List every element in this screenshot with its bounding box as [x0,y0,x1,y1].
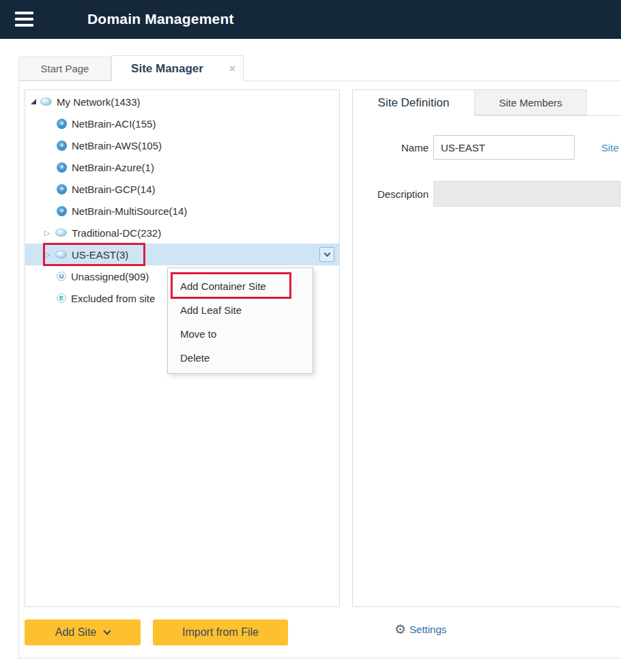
tree-item-label: My Network(1433) [57,96,141,108]
description-label: Description [353,188,429,200]
import-label: Import from File [182,626,259,639]
tree-item-label: NetBrain-Azure(1) [72,162,154,173]
tree-item-netbrain-aci[interactable]: NetBrain-ACI(155) [25,113,339,134]
site-name-input[interactable] [433,135,575,160]
menu-item-delete[interactable]: Delete [168,346,313,370]
import-from-file-button[interactable]: Import from File [153,619,288,645]
site-description-input[interactable] [433,181,621,207]
tree-item-label: NetBrain-ACI(155) [72,118,156,130]
tree-item-label: Excluded from site [71,293,155,304]
tab-site-manager[interactable]: Site Manager × [111,55,244,81]
site-definition-panel: Name Site Description [352,115,621,607]
gear-icon: ⚙ [394,623,406,636]
tab-site-members[interactable]: Site Members [475,89,587,115]
tab-start-page[interactable]: Start Page [18,57,111,81]
tree-item-label: Unassigned(909) [71,271,149,282]
tree-item-my-network[interactable]: My Network(1433) [25,91,339,113]
top-bar: Domain Management [0,0,621,39]
expander-open-icon[interactable] [31,99,40,104]
tree-item-us-east[interactable]: ▷ US-EAST(3) [25,244,339,265]
network-source-icon [57,206,67,216]
chevron-down-icon [323,250,330,257]
menu-item-move-to[interactable]: Move to [168,322,313,346]
menu-icon[interactable] [15,12,33,27]
row-dropdown-button[interactable] [319,247,334,262]
menu-item-add-leaf-site[interactable]: Add Leaf Site [168,298,313,322]
globe-icon [40,98,52,106]
globe-icon [55,250,67,259]
tree-item-netbrain-gcp[interactable]: NetBrain-GCP(14) [25,178,339,200]
site-link[interactable]: Site [601,142,619,154]
app-title: Domain Management [87,11,234,27]
context-menu: Add Container Site Add Leaf Site Move to… [167,267,313,374]
tab-site-manager-label: Site Manager [131,62,203,76]
tree-item-traditional-dc[interactable]: ▷ Traditional-DC(232) [25,222,339,244]
tree-item-label: NetBrain-MultiSource(14) [72,205,187,217]
tree-item-netbrain-multisource[interactable]: NetBrain-MultiSource(14) [25,200,339,222]
globe-icon [55,229,67,237]
tree-item-netbrain-aws[interactable]: NetBrain-AWS(105) [25,134,339,156]
network-source-icon [57,119,67,129]
unassigned-icon [57,272,66,281]
tree-item-label: NetBrain-GCP(14) [72,184,156,195]
expander-closed-icon[interactable]: ▷ [44,250,55,259]
add-site-button[interactable]: Add Site [25,619,141,645]
name-label: Name [353,142,429,154]
tree-item-netbrain-azure[interactable]: NetBrain-Azure(1) [25,156,339,178]
settings-button[interactable]: ⚙ Settings [394,623,446,636]
tab-site-definition[interactable]: Site Definition [352,89,475,116]
network-source-icon [57,162,67,173]
expander-closed-icon[interactable]: ▷ [44,229,55,237]
network-source-icon [57,184,67,194]
tree-item-label: US-EAST(3) [72,249,128,261]
tree-item-label: NetBrain-AWS(105) [72,140,162,151]
chevron-down-icon [104,627,111,634]
settings-label: Settings [409,624,446,635]
menu-item-add-container-site[interactable]: Add Container Site [168,274,313,298]
close-icon[interactable]: × [229,62,235,74]
excluded-icon [57,293,66,303]
tree-item-label: Traditional-DC(232) [72,227,161,239]
network-source-icon [57,141,67,151]
add-site-label: Add Site [55,626,96,639]
